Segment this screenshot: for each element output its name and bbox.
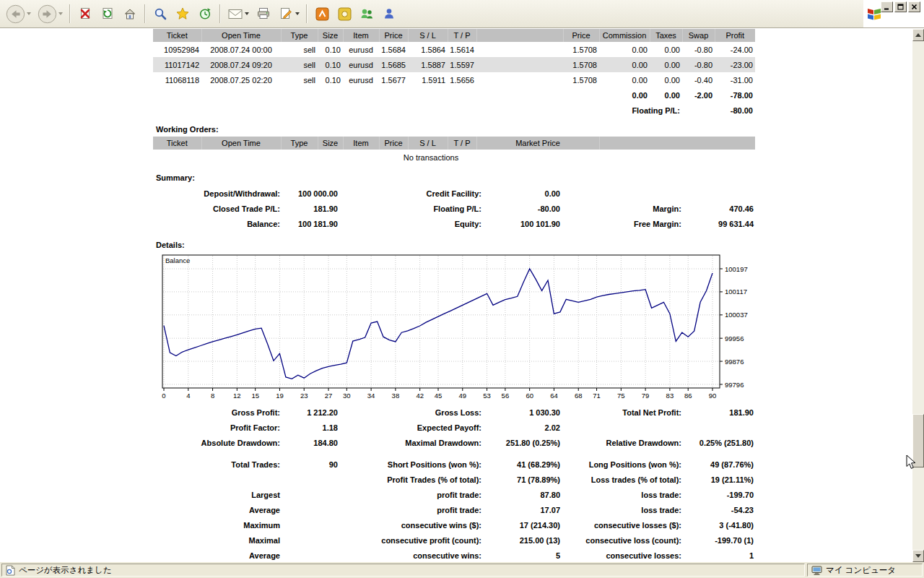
stat-value: [282, 533, 339, 548]
svg-text:49: 49: [458, 392, 466, 400]
summary-label: Deposit/Withdrawal:: [153, 186, 282, 202]
trade-cell: -23.00: [715, 57, 755, 72]
floating-pl-row: Floating P/L:-80.00: [153, 103, 755, 118]
edit-button-group: [278, 6, 300, 22]
working-orders-table: TicketOpen TimeTypeSizeItemPriceS / LT /…: [153, 137, 755, 150]
favorites-star-icon: [176, 7, 189, 20]
trade-cell: 1.5887: [408, 57, 448, 72]
svg-text:60: 60: [526, 392, 533, 400]
forward-dropdown-caret[interactable]: [58, 12, 63, 15]
svg-text:90: 90: [709, 392, 717, 400]
trade-cell: 0.00: [650, 42, 682, 57]
stat-value: [282, 473, 339, 488]
summary-title: Summary:: [153, 173, 755, 182]
stat-row: Average consecutive wins:5consecutive lo…: [153, 548, 755, 562]
summary-row: Deposit/Withdrawal:100 000.00Credit Faci…: [153, 186, 755, 202]
trade-cell: 1.5677: [379, 72, 408, 87]
refresh-button[interactable]: [100, 6, 116, 22]
app-orange-button[interactable]: [314, 6, 330, 22]
trade-cell: 1.5911: [408, 72, 448, 87]
browser-window: TicketOpen TimeTypeSizeItemPriceS / LT /…: [0, 0, 924, 578]
mail-icon: [228, 9, 243, 20]
vertical-scrollbar[interactable]: [912, 29, 924, 562]
stat-row: Profit Factor:1.18Expected Payoff:2.02: [153, 420, 755, 436]
trade-cell: 1.5864: [408, 42, 448, 57]
column-header: S / L: [408, 137, 448, 150]
scroll-down-button[interactable]: [912, 550, 924, 562]
edit-dropdown-caret[interactable]: [295, 12, 300, 15]
svg-text:30: 30: [343, 392, 351, 400]
scroll-up-arrow-icon: [915, 33, 921, 37]
search-button[interactable]: [152, 6, 168, 22]
trade-cell: -31.00: [715, 72, 755, 87]
print-button[interactable]: [256, 6, 271, 22]
column-header: Size: [318, 29, 343, 42]
svg-text:99956: 99956: [725, 335, 744, 342]
close-icon: [911, 4, 918, 10]
forward-button[interactable]: [38, 4, 57, 24]
stat-label: loss trade:: [562, 503, 683, 518]
home-icon: [123, 7, 136, 20]
stop-button[interactable]: [77, 6, 93, 22]
page-viewport: TicketOpen TimeTypeSizeItemPriceS / LT /…: [0, 29, 912, 562]
trade-cell: eurusd: [343, 57, 379, 72]
stat-value: [282, 548, 339, 562]
stat-row: Absolute Drawdown:184.80Maximal Drawdown…: [153, 436, 755, 451]
history-button[interactable]: [197, 6, 213, 22]
stat-label: Expected Payoff:: [339, 420, 483, 436]
toolbar-separator: [144, 4, 146, 23]
summary-row: Balance:100 181.90Equity:100 101.90Free …: [153, 217, 755, 232]
column-header: Market Price: [476, 137, 599, 150]
total-cell: -78.00: [715, 87, 755, 103]
trade-cell: 1.5708: [563, 42, 599, 57]
app-blue-icon: [383, 7, 396, 20]
summary-label: Free Margin:: [562, 217, 683, 232]
stat-label: consecutive loss (count):: [562, 533, 683, 548]
summary-value: 0.00: [483, 186, 562, 202]
stat-value: 3 (-41.80): [683, 518, 755, 533]
summary-value: -80.00: [483, 202, 562, 217]
messenger-button[interactable]: [359, 6, 375, 22]
summary-value: 100 000.00: [282, 186, 339, 202]
close-button[interactable]: [908, 1, 920, 12]
mail-button[interactable]: [227, 6, 243, 22]
edit-button[interactable]: [278, 6, 294, 22]
mail-dropdown-caret[interactable]: [245, 12, 249, 15]
stat-row: Total Trades:90Short Positions (won %):4…: [153, 457, 755, 473]
window-controls: [881, 1, 920, 12]
svg-text:64: 64: [550, 392, 558, 400]
standard-buttons-toolbar: [0, 0, 863, 28]
app-gold-button[interactable]: [336, 6, 352, 22]
stat-label: Loss trades (% of total):: [562, 473, 683, 488]
column-header: Price: [379, 29, 408, 42]
stat-value: 184.80: [282, 436, 339, 451]
trade-cell: -0.80: [682, 57, 715, 72]
svg-text:100117: 100117: [725, 288, 747, 296]
stat-value: 1.18: [282, 420, 339, 436]
column-header: Item: [343, 137, 379, 150]
home-button[interactable]: [122, 6, 138, 22]
column-header: Commission: [599, 29, 650, 42]
stat-label: Total Net Profit:: [562, 405, 683, 420]
minimize-button[interactable]: [881, 1, 893, 12]
stat-row: Largest profit trade:87.80loss trade:-19…: [153, 488, 755, 503]
trade-cell: [476, 57, 563, 72]
mail-button-group: [227, 6, 249, 22]
scroll-up-button[interactable]: [912, 29, 924, 41]
svg-text:45: 45: [435, 392, 443, 400]
column-header: Swap: [682, 29, 715, 42]
svg-text:42: 42: [416, 392, 424, 400]
back-dropdown-caret[interactable]: [27, 12, 31, 15]
trade-cell: 2008.07.24 00:00: [201, 42, 281, 57]
favorites-button[interactable]: [175, 6, 191, 22]
details-title: Details:: [153, 241, 755, 249]
app-blue-button[interactable]: [381, 6, 397, 22]
column-header: T / P: [448, 137, 476, 150]
floating-pl-spacer: [682, 103, 715, 118]
zone-text: マイ コンピュータ: [826, 565, 896, 576]
column-header: Taxes: [650, 29, 682, 42]
back-button[interactable]: [6, 4, 25, 24]
summary-grid: Deposit/Withdrawal:100 000.00Credit Faci…: [153, 186, 755, 232]
stat-value: [282, 488, 339, 503]
maximize-button[interactable]: [894, 1, 907, 12]
